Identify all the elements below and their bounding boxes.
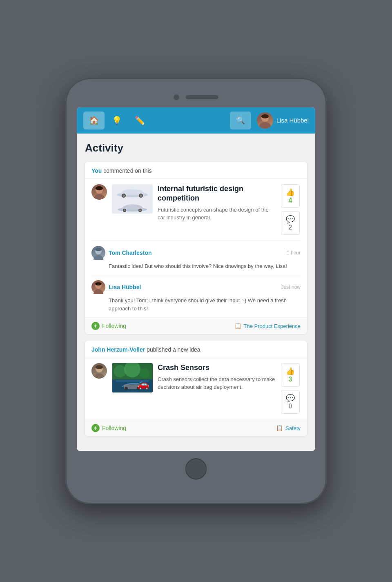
svg-point-4 [94, 194, 105, 200]
device-frame: 🏠 💡 ✏️ 🔍 L [65, 78, 327, 504]
post-desc-2: Crash sensors collect the data necessary… [158, 375, 275, 391]
svg-point-34 [137, 387, 140, 390]
group-name-2: Safety [285, 425, 301, 431]
svg-point-20 [94, 289, 103, 294]
vote-area-2: 👍 3 💬 0 [280, 363, 301, 414]
edit-icon: ✏️ [135, 116, 145, 125]
comment-time-2: Just now [281, 284, 301, 290]
activity-card-1: You commented on this [85, 162, 307, 334]
comment-time-1: 1 hour [287, 250, 301, 256]
svg-point-30 [140, 368, 149, 378]
post-image-2 [112, 363, 153, 392]
main-content: Activity You commented on this [77, 134, 315, 451]
card-header-highlight-2[interactable]: John Herzum-Voller [91, 346, 145, 353]
commenter-info-2: Lisa Hübbel [91, 280, 141, 294]
comment-item-1: Tom Charleston 1 hour Fantastic idea! Bu… [91, 241, 301, 275]
card-header-text-1: commented on this [102, 167, 151, 174]
card-header-highlight-1: You [91, 167, 102, 174]
group-link-1[interactable]: 📋 The Product Experience [234, 323, 301, 329]
commenter-name-2[interactable]: Lisa Hübbel [109, 284, 141, 290]
following-icon-1: + [91, 322, 100, 330]
commenter-avatar-1 [91, 246, 105, 260]
svg-point-6 [96, 186, 103, 190]
card-header-2: John Herzum-Voller published a new idea [85, 341, 307, 357]
following-icon-2: + [91, 424, 100, 432]
group-name-1: The Product Experience [244, 323, 301, 329]
comment-count-1: 2 [289, 224, 292, 231]
card-footer-2: + Following 📋 Safety [85, 419, 307, 436]
speaker [186, 95, 218, 99]
post-desc-1: Futuristic concepts can shape the design… [158, 206, 275, 222]
svg-point-23 [94, 373, 105, 379]
commenter-name-1[interactable]: Tom Charleston [109, 250, 152, 256]
vote-area-1: 👍 4 💬 2 [280, 184, 301, 235]
card-footer-1: + Following 📋 The Product Experience [85, 317, 307, 334]
comment-header-2: Lisa Hübbel Just now [91, 280, 301, 294]
page-title: Activity [85, 142, 307, 154]
vote-count-2: 3 [289, 376, 292, 383]
following-button-1[interactable]: + Following [91, 322, 126, 330]
ideas-nav-button[interactable]: 💡 [106, 111, 127, 129]
card-main-2: Crash Sensors Crash sensors collect the … [85, 357, 307, 419]
group-link-2[interactable]: 📋 Safety [276, 425, 301, 431]
screen: 🏠 💡 ✏️ 🔍 L [77, 107, 315, 451]
vote-button-1[interactable]: 👍 4 [281, 184, 300, 208]
comment-text-1: Fantastic idea! But who should this invo… [91, 262, 301, 270]
following-label-2: Following [102, 425, 126, 431]
compose-nav-button[interactable]: ✏️ [129, 111, 150, 129]
search-icon: 🔍 [236, 116, 245, 125]
svg-point-1 [259, 122, 271, 129]
post-body-1: Internal futuristic design competition F… [158, 184, 275, 222]
home-nav-button[interactable]: 🏠 [83, 111, 105, 129]
svg-point-3 [261, 114, 269, 118]
avatar [257, 112, 273, 129]
svg-point-25 [96, 365, 103, 369]
user-profile-button[interactable]: Lisa Hübbel [257, 112, 309, 129]
svg-point-28 [114, 365, 126, 377]
comment-count-2: 0 [289, 403, 292, 410]
post-title-2[interactable]: Crash Sensors [158, 363, 275, 372]
svg-point-16 [139, 209, 141, 211]
thumbs-up-icon-1: 👍 [286, 188, 295, 197]
navbar: 🏠 💡 ✏️ 🔍 L [77, 107, 315, 134]
svg-rect-31 [116, 380, 149, 382]
device-top-bar [77, 94, 315, 100]
comment-button-1[interactable]: 💬 2 [281, 211, 300, 235]
vote-button-2[interactable]: 👍 3 [281, 363, 300, 387]
nav-user-name: Lisa Hübbel [276, 117, 309, 124]
post-image-1 [112, 184, 153, 214]
device-bottom [77, 458, 315, 479]
commenter-info-1: Tom Charleston [91, 246, 152, 260]
search-button[interactable]: 🔍 [230, 111, 251, 129]
bulb-icon: 💡 [112, 116, 122, 125]
svg-point-17 [94, 255, 103, 260]
activity-card-2: John Herzum-Voller published a new idea [85, 341, 307, 436]
poster-avatar-1 [91, 184, 107, 200]
comment-button-2[interactable]: 💬 0 [281, 390, 300, 414]
svg-point-19 [95, 248, 102, 251]
svg-point-11 [140, 194, 142, 197]
vote-count-1: 4 [289, 197, 292, 204]
card-header-text-2: published a new idea [145, 346, 200, 353]
comment-thread-1: Tom Charleston 1 hour Fantastic idea! Bu… [85, 241, 307, 318]
home-button[interactable] [185, 458, 207, 479]
post-title-1[interactable]: Internal futuristic design competition [158, 184, 275, 203]
thumbs-up-icon-2: 👍 [286, 367, 295, 376]
following-label-1: Following [102, 323, 126, 329]
comment-text-2: Thank you! Tom; I think everyone should … [91, 297, 301, 312]
svg-point-33 [125, 387, 128, 390]
poster-avatar-2 [91, 363, 107, 379]
svg-point-9 [122, 194, 125, 197]
folder-icon-2: 📋 [276, 425, 283, 431]
comment-header-1: Tom Charleston 1 hour [91, 246, 301, 260]
comment-icon-1: 💬 [286, 215, 295, 224]
comment-icon-2: 💬 [286, 394, 295, 403]
commenter-avatar-2 [91, 280, 105, 294]
following-button-2[interactable]: + Following [91, 424, 126, 432]
folder-icon-1: 📋 [234, 323, 241, 329]
card-main-1: Internal futuristic design competition F… [85, 178, 307, 241]
front-camera [174, 94, 179, 100]
comment-item-2: Lisa Hübbel Just now Thank you! Tom; I t… [91, 275, 301, 317]
svg-point-14 [124, 209, 126, 211]
home-icon: 🏠 [89, 116, 99, 125]
